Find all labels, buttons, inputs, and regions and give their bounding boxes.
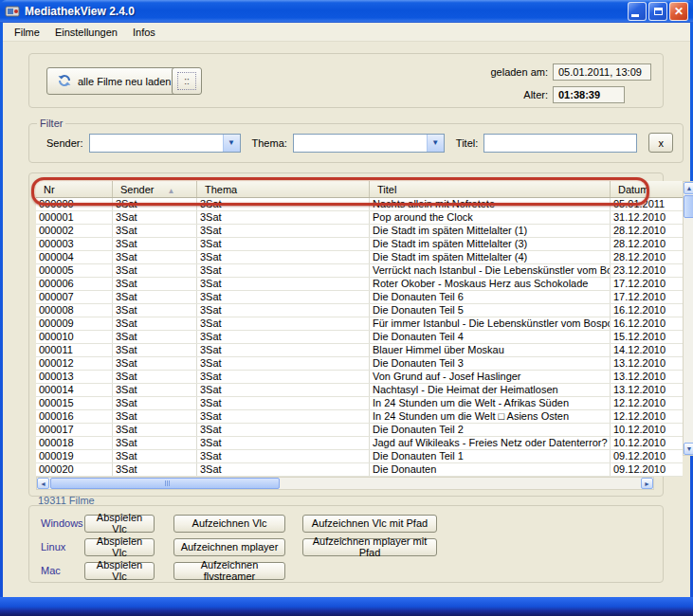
horizontal-scrollbar-thumb[interactable] — [50, 478, 280, 489]
cell-datum: 28.12.2010 — [611, 225, 684, 238]
table-row[interactable]: 0000173Sat3SatDie Donauten Teil 210.12.2… — [36, 424, 683, 437]
table-body: 0000003Sat3SatNachts allein mit Nofretet… — [36, 198, 683, 477]
cell-sender: 3Sat — [113, 331, 197, 344]
table-row[interactable]: 0000143Sat3SatNachtasyl - Die Heimat der… — [36, 384, 683, 397]
table-row[interactable]: 0000083Sat3SatDie Donauten Teil 516.12.2… — [36, 304, 683, 317]
table-row[interactable]: 0000073Sat3SatDie Donauten Teil 617.12.2… — [36, 291, 683, 304]
dots-button[interactable]: :: — [172, 67, 202, 95]
close-icon: ✕ — [674, 6, 684, 17]
cell-nr: 000009 — [36, 317, 113, 331]
table-row[interactable]: 0000103Sat3SatDie Donauten Teil 415.12.2… — [36, 331, 683, 344]
abspielen-vlc-button[interactable]: Abspielen Vlc — [84, 538, 155, 556]
actions-panel: WindowsAbspielen VlcAufzeichnen VlcAufze… — [28, 505, 664, 583]
table-row[interactable]: 0000113Sat3SatBlauer Himmel über Moskau1… — [36, 344, 683, 357]
os-label-linux: Linux — [41, 541, 84, 553]
titel-input[interactable] — [483, 134, 637, 153]
menu-item-einstellungen[interactable]: Einstellungen — [47, 25, 125, 40]
aufzeichnen-mplayer-mit-pfad-button[interactable]: Aufzeichnen mplayer mit Pfad — [302, 538, 437, 556]
thema-label: Thema: — [252, 137, 287, 149]
close-button[interactable]: ✕ — [669, 2, 688, 21]
table-row[interactable]: 0000193Sat3SatDie Donauten Teil 109.12.2… — [36, 450, 683, 463]
sort-ascending-icon: ▲ — [167, 187, 174, 195]
table-row[interactable]: 0000023Sat3SatDie Stadt im späten Mittel… — [36, 225, 683, 238]
table-row[interactable]: 0000153Sat3SatIn 24 Stunden um die Welt … — [36, 397, 683, 410]
abspielen-vlc-button[interactable]: Abspielen Vlc — [84, 515, 155, 533]
load-info: geladen am: 05.01.2011, 13:09 Alter: 01:… — [490, 63, 651, 103]
aufzeichnen-mplayer-button[interactable]: Aufzeichnen mplayer — [173, 538, 285, 556]
cell-datum: 28.12.2010 — [611, 238, 684, 251]
dots-button-label: :: — [177, 72, 196, 90]
vertical-scrollbar[interactable]: ▲ ▼ — [683, 181, 693, 456]
abspielen-vlc-button[interactable]: Abspielen Vlc — [84, 562, 155, 580]
cell-thema: 3Sat — [197, 251, 370, 264]
table-row[interactable]: 0000013Sat3SatPop around the Clock31.12.… — [36, 211, 683, 225]
column-header-sender[interactable]: Sender▲ — [113, 181, 197, 198]
scroll-right-button[interactable]: ► — [641, 478, 653, 489]
scroll-down-button[interactable]: ▼ — [684, 443, 693, 455]
table-header-row: NrSender▲ThemaTitelDatum — [36, 181, 683, 198]
minimize-icon — [631, 14, 639, 17]
clear-filter-button[interactable]: x — [648, 133, 673, 153]
maximize-button[interactable] — [648, 2, 667, 21]
cell-thema: 3Sat — [197, 463, 370, 477]
cell-datum: 13.12.2010 — [611, 384, 684, 397]
cell-datum: 09.12.2010 — [611, 463, 684, 477]
cell-thema: 3Sat — [197, 450, 370, 463]
table-row[interactable]: 0000053Sat3SatVerrückt nach Istanbul - D… — [36, 264, 683, 278]
cell-nr: 000004 — [36, 251, 113, 264]
aufzeichnen-vlc-button[interactable]: Aufzeichnen Vlc — [173, 515, 285, 533]
menubar: FilmeEinstellungenInfos — [3, 23, 690, 42]
cell-titel: Pop around the Clock — [370, 211, 611, 225]
aufzeichnen-flvstreamer-button[interactable]: Aufzeichnen flvstreamer — [173, 562, 285, 580]
action-row-linux: LinuxAbspielen VlcAufzeichnen mplayerAuf… — [41, 536, 663, 557]
cell-datum: 15.12.2010 — [611, 331, 684, 344]
cell-nr: 000008 — [36, 304, 113, 317]
table-row[interactable]: 0000163Sat3SatIn 24 Stunden um die Welt … — [36, 410, 683, 424]
cell-datum: 16.12.2010 — [611, 317, 684, 331]
minimize-button[interactable] — [628, 2, 647, 21]
window-controls: ✕ — [628, 2, 688, 21]
table-row[interactable]: 0000093Sat3SatFür immer Istanbul - Die L… — [36, 317, 683, 331]
reload-all-films-button[interactable]: alle Filme neu laden — [46, 67, 181, 95]
table-row[interactable]: 0000203Sat3SatDie Donauten09.12.2010 — [36, 463, 683, 477]
column-header-titel[interactable]: Titel — [370, 181, 611, 198]
cell-sender: 3Sat — [113, 437, 197, 450]
cell-thema: 3Sat — [197, 371, 370, 384]
cell-sender: 3Sat — [113, 450, 197, 463]
horizontal-scrollbar[interactable]: ◄ ► — [36, 477, 654, 490]
cell-sender: 3Sat — [113, 264, 197, 278]
column-label: Sender — [120, 184, 154, 195]
aufzeichnen-vlc-mit-pfad-button[interactable]: Aufzeichnen Vlc mit Pfad — [302, 515, 437, 533]
cell-datum: 10.12.2010 — [611, 437, 684, 450]
cell-sender: 3Sat — [113, 225, 197, 238]
vertical-scrollbar-thumb[interactable] — [684, 195, 693, 218]
table-row[interactable]: 0000123Sat3SatDie Donauten Teil 313.12.2… — [36, 357, 683, 371]
loaded-at-value: 05.01.2011, 13:09 — [553, 63, 651, 81]
chevron-down-icon[interactable]: ▼ — [223, 135, 240, 152]
column-header-thema[interactable]: Thema — [197, 181, 370, 198]
column-header-nr[interactable]: Nr — [36, 181, 113, 198]
menu-item-infos[interactable]: Infos — [125, 25, 163, 40]
filter-row: Sender: ▼ Thema: ▼ Titel: x — [29, 129, 683, 153]
column-header-datum[interactable]: Datum — [611, 181, 684, 198]
table-row[interactable]: 0000003Sat3SatNachts allein mit Nofretet… — [36, 198, 683, 211]
thema-combobox[interactable]: ▼ — [293, 134, 445, 153]
cell-sender: 3Sat — [113, 344, 197, 357]
sender-combobox[interactable]: ▼ — [89, 134, 241, 153]
scroll-left-button[interactable]: ◄ — [37, 478, 49, 489]
cell-titel: In 24 Stunden um die Welt - Afrikas Süde… — [370, 397, 611, 410]
menu-item-filme[interactable]: Filme — [7, 25, 47, 40]
cell-nr: 000015 — [36, 397, 113, 410]
cell-nr: 000011 — [36, 344, 113, 357]
cell-titel: Die Donauten Teil 5 — [370, 304, 611, 317]
column-label: Titel — [377, 184, 396, 195]
table-row[interactable]: 0000043Sat3SatDie Stadt im späten Mittel… — [36, 251, 683, 264]
cell-nr: 000014 — [36, 384, 113, 397]
table-row[interactable]: 0000183Sat3SatJagd auf Wikileaks - Freie… — [36, 437, 683, 450]
scroll-up-button[interactable]: ▲ — [684, 182, 693, 194]
table-row[interactable]: 0000063Sat3SatRoter Okober - Moskaus Her… — [36, 278, 683, 291]
table-row[interactable]: 0000033Sat3SatDie Stadt im späten Mittel… — [36, 238, 683, 251]
cell-titel: Die Donauten Teil 6 — [370, 291, 611, 304]
chevron-down-icon[interactable]: ▼ — [427, 135, 444, 152]
table-row[interactable]: 0000133Sat3SatVon Grund auf - Josef Hasl… — [36, 371, 683, 384]
